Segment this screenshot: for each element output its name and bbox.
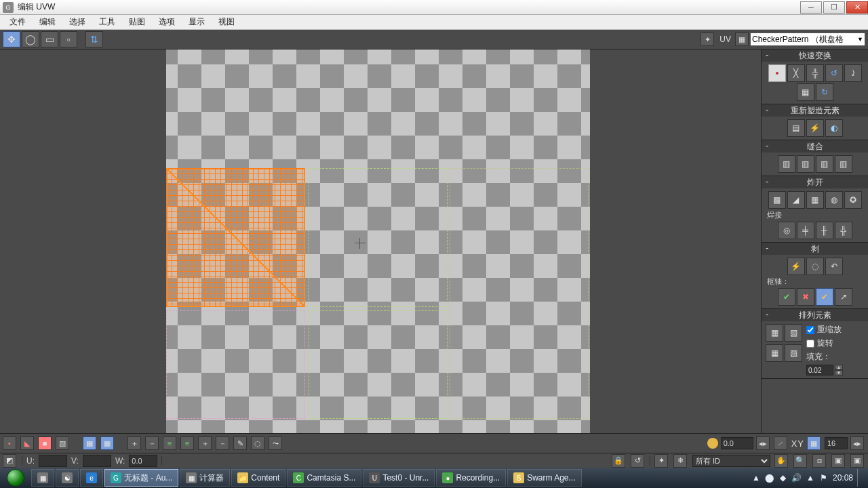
qt-move-button[interactable]	[768, 64, 786, 82]
section-header-stitch[interactable]: -缝合	[762, 140, 868, 152]
id-dropdown[interactable]: 所有 ID	[692, 455, 770, 467]
section-header-quick-transform[interactable]: -快速变换	[762, 49, 868, 62]
peel-reset-button[interactable]: ↶	[825, 258, 843, 275]
menu-mapping[interactable]: 贴图	[122, 15, 152, 29]
weld-button[interactable]: ╫	[816, 222, 833, 239]
explode-button[interactable]: ▦	[806, 191, 824, 209]
pack-toggle-button[interactable]: ▦	[807, 436, 821, 450]
peel-button[interactable]: ◌	[806, 258, 824, 275]
taskbar-app[interactable]: G无标题 - Au...	[104, 469, 178, 487]
show-desktop-button[interactable]	[857, 469, 863, 487]
minimize-button[interactable]: ─	[800, 1, 822, 14]
tray-network-icon[interactable]: ▲	[806, 473, 815, 483]
section-header-explode[interactable]: -炸开	[762, 176, 868, 188]
taskbar-app[interactable]: SSwarm Age...	[507, 469, 581, 487]
menu-view[interactable]: 视图	[212, 15, 241, 29]
u-field[interactable]	[39, 455, 67, 467]
stitch-button[interactable]: ▥	[797, 155, 814, 173]
menu-display[interactable]: 显示	[182, 15, 212, 29]
explode-button[interactable]: ▩	[768, 191, 786, 209]
pan-icon[interactable]: ✋	[774, 454, 788, 468]
fit-icon[interactable]: ▣	[831, 454, 845, 468]
move-tool[interactable]: ✥	[3, 31, 20, 47]
reshape-normalize-button[interactable]: ◐	[825, 119, 843, 137]
taskbar-app[interactable]: UTest0 - Unr...	[363, 469, 435, 487]
qt-rotate-ccw-button[interactable]: ↺	[825, 64, 843, 82]
axis-button[interactable]: ↗	[835, 288, 852, 306]
tray-volume-icon[interactable]: 🔊	[792, 473, 802, 483]
count-spinner[interactable]: ◂▸	[850, 436, 864, 450]
menu-file[interactable]: 文件	[3, 15, 33, 29]
light-icon[interactable]: ✦	[654, 454, 668, 468]
face-mode-button[interactable]: ■	[38, 436, 52, 450]
system-tray[interactable]: ▲ ⬤ ◆ 🔊 ▲ ⚑ 20:08	[747, 469, 867, 487]
taskbar-app[interactable]: 📁Content	[231, 469, 285, 487]
tray-icon[interactable]: ◆	[778, 473, 788, 483]
brush-button[interactable]: ⤳	[269, 436, 282, 450]
stitch-button[interactable]: ▥	[816, 155, 833, 173]
reshape-relax-button[interactable]: ⚡	[806, 119, 824, 137]
fit-selected-icon[interactable]: ▣	[850, 454, 864, 468]
texture-dropdown[interactable]: CheckerPattern （棋盘格 ▼	[750, 33, 865, 46]
qt-flip-button[interactable]: ⤸	[844, 64, 862, 82]
tray-up-icon[interactable]: ▲	[751, 473, 761, 483]
value-field[interactable]: 0.0	[721, 437, 753, 449]
brush-button[interactable]: ◌	[251, 436, 264, 450]
rotate-tool[interactable]: ◯	[22, 31, 39, 47]
pinned-app[interactable]: ☯	[56, 469, 79, 487]
value-spinner[interactable]: ◂▸	[756, 436, 770, 450]
axis-button[interactable]: ✖	[797, 288, 814, 306]
axis-button[interactable]: ✔	[816, 288, 833, 306]
taskbar-app[interactable]: CCamtasia S...	[287, 469, 361, 487]
axis-button[interactable]: ✔	[778, 288, 795, 306]
snowflake-icon[interactable]: ❄	[673, 454, 687, 468]
section-header-arrange[interactable]: -排列元素	[762, 309, 868, 321]
qt-align-button[interactable]: ╬	[806, 64, 824, 82]
rotate-checkbox[interactable]: 旋转	[806, 338, 843, 349]
stitch-button[interactable]: ▥	[778, 155, 795, 173]
v-field[interactable]	[83, 455, 111, 467]
selected-uv-shell[interactable]	[166, 168, 305, 307]
menu-edit[interactable]: 编辑	[33, 15, 62, 29]
start-button[interactable]	[1, 468, 30, 487]
pinned-app[interactable]: e	[80, 469, 103, 487]
options-gear-icon[interactable]: ✦	[701, 33, 714, 46]
explode-button[interactable]: ◢	[787, 191, 805, 209]
reshape-straighten-button[interactable]: ▤	[787, 119, 805, 137]
refresh-icon[interactable]: ↺	[631, 454, 644, 468]
menu-select[interactable]: 选择	[62, 15, 92, 29]
tray-flag-icon[interactable]: ⚑	[819, 473, 829, 483]
qt-flip-button[interactable]: ▦	[797, 83, 814, 101]
taskbar-app[interactable]: ●Recording...	[436, 469, 506, 487]
mirror-tool[interactable]: ⇅	[85, 31, 103, 47]
qt-align-button[interactable]: ╳	[787, 64, 805, 82]
coord-icon[interactable]: ◩	[3, 454, 16, 468]
zoom-region-icon[interactable]: ⧈	[812, 454, 826, 468]
selection-add-button[interactable]: ▦	[83, 436, 96, 450]
pack-custom-button[interactable]: ▧	[785, 324, 802, 342]
selection-sub-button[interactable]: ▦	[100, 436, 114, 450]
lock-icon[interactable]: 🔒	[612, 454, 625, 468]
padding-input[interactable]	[806, 365, 833, 375]
explode-button[interactable]: ✪	[844, 191, 862, 209]
tray-icon[interactable]: ⬤	[765, 473, 774, 483]
maximize-button[interactable]: ☐	[823, 1, 845, 14]
section-header-reshape[interactable]: -重新塑造元素	[762, 104, 868, 117]
stitch-button[interactable]: ▥	[835, 155, 852, 173]
grid-toggle[interactable]: ▦	[735, 33, 749, 46]
rescale-checkbox[interactable]: 重缩放	[806, 324, 843, 336]
element-mode-button[interactable]: ▧	[56, 436, 69, 450]
peel-quick-button[interactable]: ⚡	[787, 258, 805, 275]
taskbar-app[interactable]: ▦计算器	[180, 469, 230, 487]
snap-button[interactable]: ＋	[198, 436, 212, 450]
zoom-icon[interactable]: 🔍	[793, 454, 807, 468]
menu-options[interactable]: 选项	[152, 15, 182, 29]
section-header-peel[interactable]: -剥	[762, 243, 868, 255]
qt-rotate-cw-button[interactable]: ↻	[816, 83, 833, 101]
scale-tool[interactable]: ▭	[41, 31, 58, 47]
snap-button[interactable]: －	[145, 436, 159, 450]
menu-tools[interactable]: 工具	[92, 15, 122, 29]
pack-normalize-button[interactable]: ▦	[766, 344, 783, 362]
weld-button[interactable]: ╪	[797, 222, 814, 239]
padding-spinner[interactable]: ▲▼	[835, 365, 843, 375]
